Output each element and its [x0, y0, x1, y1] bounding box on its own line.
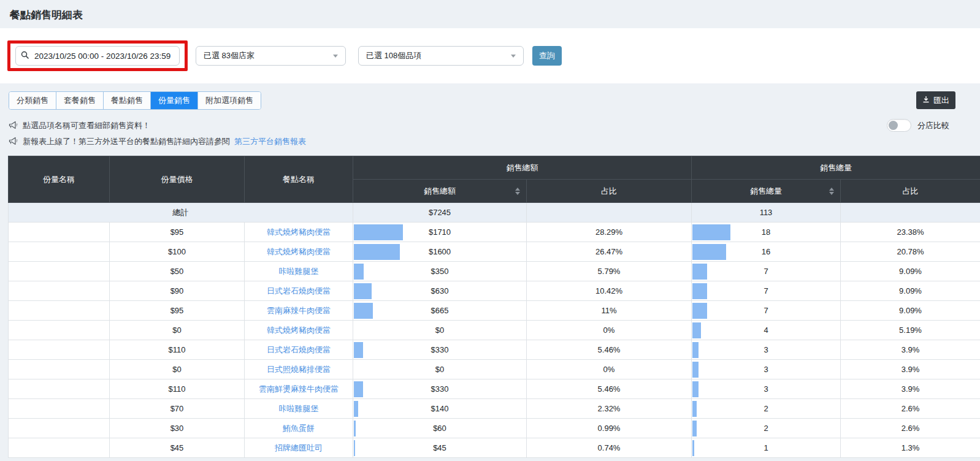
tab-addon-sales[interactable]: 附加選項銷售: [198, 92, 261, 109]
header-item-name: 餐點名稱: [245, 156, 353, 203]
quantity-share-cell: 9.09%: [841, 262, 980, 281]
table-row: $95 雲南麻辣牛肉便當 $665 11% 7 9.09%: [9, 301, 980, 321]
item-name-link[interactable]: 韓式燒烤豬肉便當: [245, 223, 353, 242]
store-dropdown-value: 已選 83個店家: [204, 50, 255, 61]
table-row: $50 咔啦雞腿堡 $350 5.79% 7 9.09%: [9, 262, 980, 281]
sales-detail-table: 份量名稱 份量價格 餐點名稱 銷售總額 銷售總量 銷售總額 占比 銷售總量 占比…: [8, 156, 980, 458]
tab-group: 分類銷售 套餐銷售 餐點銷售 份量銷售 附加選項銷售: [9, 91, 261, 110]
sales-amount-cell: $1600: [353, 242, 527, 262]
sales-amount-cell: $330: [353, 340, 527, 360]
tab-combo-sales[interactable]: 套餐銷售: [56, 92, 104, 109]
quantity-share-cell: 1.3%: [841, 438, 980, 458]
item-dropdown[interactable]: 已選 108個品項: [358, 46, 524, 66]
notice-line-1: 點選品項名稱可查看細部銷售資料！: [9, 119, 971, 132]
header-size-name: 份量名稱: [9, 156, 110, 203]
amount-share-cell: 0.99%: [527, 419, 692, 438]
quantity-share-cell: 20.78%: [841, 242, 980, 262]
sales-quantity-cell: 4: [692, 321, 841, 340]
table-row: $110 雲南鮮燙麻辣牛肉便當 $330 5.46% 3 3.9%: [9, 379, 980, 399]
export-button[interactable]: 匯出: [916, 91, 955, 109]
quantity-bar: [692, 421, 697, 436]
table-header: 份量名稱 份量價格 餐點名稱 銷售總額 銷售總量 銷售總額 占比 銷售總量 占比: [9, 156, 980, 203]
amount-share-cell: 28.29%: [527, 223, 692, 242]
quantity-share-cell: 3.9%: [841, 379, 980, 399]
quantity-bar: [692, 440, 694, 456]
amount-share-cell: 10.42%: [527, 281, 692, 301]
search-icon: [21, 51, 29, 61]
sales-amount-cell: $0: [353, 360, 527, 379]
group-header-sales-quantity: 銷售總量: [692, 156, 980, 180]
amount-bar: [354, 283, 372, 299]
quantity-bar: [692, 381, 699, 397]
size-price-cell: $100: [110, 242, 245, 262]
item-name-link[interactable]: 韓式燒烤豬肉便當: [245, 321, 353, 340]
sales-amount-cell: $350: [353, 262, 527, 281]
size-name-cell: [9, 321, 110, 340]
item-name-link[interactable]: 日式岩石燒肉便當: [245, 340, 353, 360]
query-button[interactable]: 查詢: [532, 46, 562, 66]
third-party-report-link[interactable]: 第三方平台銷售報表: [234, 136, 306, 147]
store-dropdown[interactable]: 已選 83個店家: [196, 46, 346, 66]
item-name-link[interactable]: 韓式燒烤豬肉便當: [245, 242, 353, 262]
size-price-cell: $0: [110, 321, 245, 340]
tab-category-sales[interactable]: 分類銷售: [9, 92, 56, 109]
quantity-bar: [692, 342, 699, 358]
size-price-cell: $90: [110, 281, 245, 301]
subheader-sales-quantity[interactable]: 銷售總量: [692, 180, 841, 203]
sales-quantity-cell: 2: [692, 399, 841, 419]
totals-label: 總計: [9, 203, 353, 223]
subheader-quantity-share: 占比: [841, 180, 980, 203]
amount-bar: [354, 401, 358, 417]
size-price-cell: $95: [110, 223, 245, 242]
item-name-link[interactable]: 雲南麻辣牛肉便當: [245, 301, 353, 321]
amount-share-cell: 0%: [527, 360, 692, 379]
date-range-input[interactable]: [15, 46, 180, 66]
size-price-cell: $110: [110, 340, 245, 360]
sales-quantity-cell: 1: [692, 438, 841, 458]
sales-amount-cell: $140: [353, 399, 527, 419]
quantity-bar: [692, 283, 707, 299]
megaphone-icon: [9, 137, 18, 147]
header-size-price: 份量價格: [110, 156, 245, 203]
sort-icon[interactable]: [515, 188, 520, 195]
item-name-link[interactable]: 雲南鮮燙麻辣牛肉便當: [245, 379, 353, 399]
sales-quantity-cell: 16: [692, 242, 841, 262]
amount-share-cell: 0%: [527, 321, 692, 340]
totals-quantity-share: [841, 203, 980, 223]
amount-bar: [354, 303, 373, 319]
item-name-link[interactable]: 咔啦雞腿堡: [245, 399, 353, 419]
table-body: 總計 $7245 113 $95 韓式燒烤豬肉便當 $1710 28.29% 1…: [9, 203, 980, 458]
size-price-cell: $45: [110, 438, 245, 458]
size-price-cell: $0: [110, 360, 245, 379]
sales-quantity-cell: 3: [692, 379, 841, 399]
download-icon: [922, 96, 930, 105]
sales-quantity-cell: 18: [692, 223, 841, 242]
item-name-link[interactable]: 咔啦雞腿堡: [245, 262, 353, 281]
sales-amount-cell: $60: [353, 419, 527, 438]
red-highlight-box: [7, 40, 188, 71]
quantity-share-cell: 5.19%: [841, 321, 980, 340]
item-name-link[interactable]: 招牌總匯吐司: [245, 438, 353, 458]
branch-compare-toggle[interactable]: [887, 119, 911, 132]
size-price-cell: $30: [110, 419, 245, 438]
item-name-link[interactable]: 日式岩石燒肉便當: [245, 281, 353, 301]
tab-meal-sales[interactable]: 餐點銷售: [104, 92, 151, 109]
item-name-link[interactable]: 日式照燒豬排便當: [245, 360, 353, 379]
amount-bar: [354, 342, 363, 358]
amount-share-cell: 5.46%: [527, 379, 692, 399]
item-name-link[interactable]: 鮪魚蛋餅: [245, 419, 353, 438]
totals-row: 總計 $7245 113: [9, 203, 980, 223]
toggle-knob: [889, 121, 898, 130]
sales-amount-cell: $330: [353, 379, 527, 399]
quantity-bar: [692, 322, 701, 338]
subheader-sales-amount[interactable]: 銷售總額: [353, 180, 527, 203]
export-button-label: 匯出: [933, 95, 949, 106]
sort-icon[interactable]: [829, 188, 834, 195]
branch-compare-label: 分店比較: [917, 120, 949, 131]
sales-amount-cell: $45: [353, 438, 527, 458]
tab-portion-sales[interactable]: 份量銷售: [151, 92, 198, 109]
amount-bar: [354, 224, 403, 240]
totals-amount: $7245: [353, 203, 527, 223]
size-price-cell: $95: [110, 301, 245, 321]
size-name-cell: [9, 223, 110, 242]
